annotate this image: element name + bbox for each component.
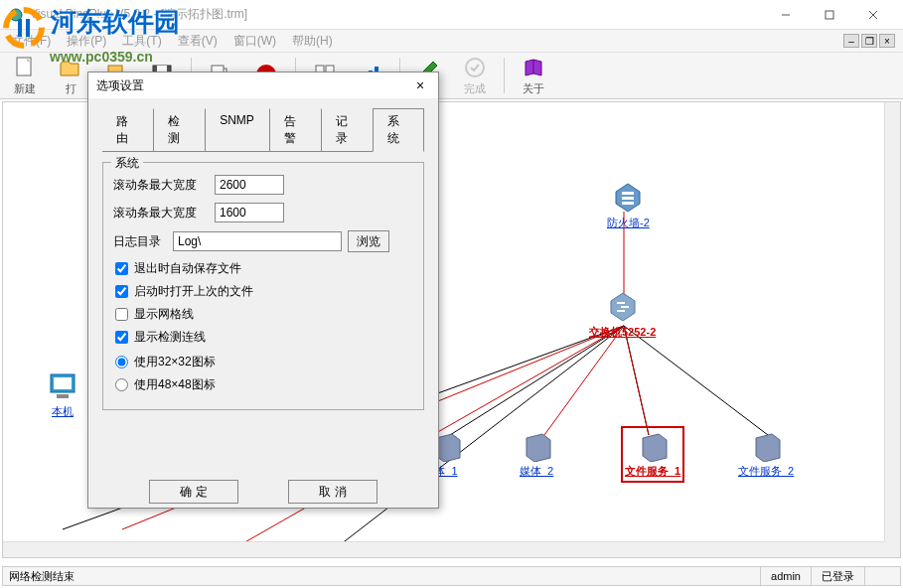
rad-32-label: 使用32×32图标 bbox=[134, 354, 216, 370]
close-button[interactable] bbox=[851, 1, 895, 29]
node-file1[interactable]: 文件服务_1 bbox=[621, 426, 684, 483]
rad-48-label: 使用48×48图标 bbox=[134, 376, 216, 393]
label-scrollw1: 滚动条最大宽度 bbox=[113, 177, 209, 194]
input-scrollw1[interactable] bbox=[215, 175, 284, 195]
tab-route[interactable]: 路由 bbox=[102, 108, 153, 151]
menu-window[interactable]: 窗口(W) bbox=[226, 31, 284, 52]
svg-rect-39 bbox=[622, 197, 634, 200]
tab-snmp[interactable]: SNMP bbox=[205, 108, 269, 151]
rad-icon-32[interactable] bbox=[115, 356, 128, 368]
svg-rect-36 bbox=[54, 377, 72, 389]
cancel-button[interactable]: 取 消 bbox=[288, 480, 377, 504]
svg-line-28 bbox=[624, 326, 649, 435]
node-file2[interactable]: 文件服务_2 bbox=[738, 430, 794, 479]
menu-help[interactable]: 帮助(H) bbox=[284, 31, 341, 52]
label-logdir: 日志目录 bbox=[113, 233, 167, 250]
chk-save-label: 退出时自动保存文件 bbox=[134, 260, 241, 277]
minimize-button[interactable] bbox=[764, 1, 808, 29]
dialog-titlebar[interactable]: 选项设置 × bbox=[88, 73, 438, 98]
menu-op[interactable]: 操作(P) bbox=[59, 31, 114, 52]
svg-line-27 bbox=[544, 326, 624, 435]
chk-lines-label: 显示检测连线 bbox=[134, 329, 206, 346]
chk-open-last[interactable] bbox=[115, 285, 128, 298]
rad-icon-48[interactable] bbox=[115, 378, 128, 391]
firewall-icon bbox=[612, 182, 644, 214]
svg-line-30 bbox=[624, 326, 768, 435]
label-scrollw2: 滚动条最大宽度 bbox=[113, 205, 209, 221]
status-pad bbox=[864, 567, 894, 585]
switch-icon bbox=[607, 291, 639, 323]
pc-icon bbox=[47, 370, 78, 402]
new-icon bbox=[13, 56, 37, 79]
window-title: Visual PingPlus V5.2.2 - [演示拓扑图.trm] bbox=[30, 6, 764, 23]
system-group: 系统 滚动条最大宽度 滚动条最大宽度 日志目录 浏览 退出时自动保存文件 启动时… bbox=[102, 162, 424, 410]
done-icon bbox=[463, 56, 487, 79]
node-switch[interactable]: 交换机5252-2 bbox=[589, 291, 656, 340]
open-icon bbox=[59, 56, 82, 79]
node-media2[interactable]: 媒体_2 bbox=[520, 430, 553, 479]
tool-open[interactable]: 打 bbox=[52, 54, 89, 98]
mdi-close[interactable]: × bbox=[879, 34, 895, 48]
svg-point-3 bbox=[10, 9, 22, 21]
titlebar: Visual PingPlus V5.2.2 - [演示拓扑图.trm] bbox=[0, 0, 903, 30]
svg-rect-38 bbox=[622, 192, 634, 195]
chk-open-last-label: 启动时打开上次的文件 bbox=[134, 283, 253, 300]
browse-button[interactable]: 浏览 bbox=[348, 230, 389, 252]
svg-point-23 bbox=[466, 59, 484, 76]
tool-done[interactable]: 完成 bbox=[456, 54, 494, 98]
status-user: admin bbox=[760, 567, 811, 585]
mdi-minimize[interactable]: – bbox=[843, 34, 859, 48]
statusbar: 网络检测结束 admin 已登录 bbox=[2, 566, 901, 586]
menu-view[interactable]: 查看(V) bbox=[170, 31, 226, 52]
chk-lines[interactable] bbox=[115, 331, 128, 344]
menubar: 文件(F) 操作(P) 工具(T) 查看(V) 窗口(W) 帮助(H) – ❐ … bbox=[0, 30, 903, 52]
node-local[interactable]: 本机 bbox=[47, 370, 78, 419]
options-dialog: 选项设置 × 路由 检测 SNMP 告警 记录 系统 系统 滚动条最大宽度 滚动… bbox=[87, 72, 439, 509]
server-icon bbox=[521, 430, 552, 462]
svg-rect-37 bbox=[57, 394, 69, 398]
vertical-scrollbar[interactable] bbox=[884, 102, 900, 541]
input-scrollw2[interactable] bbox=[215, 203, 284, 222]
app-icon bbox=[8, 7, 24, 23]
tool-about[interactable]: 关于 bbox=[515, 54, 552, 98]
dialog-close-button[interactable]: × bbox=[410, 75, 430, 95]
tab-system[interactable]: 系统 bbox=[373, 108, 424, 152]
book-icon bbox=[522, 56, 545, 79]
scroll-corner bbox=[884, 541, 900, 557]
menu-file[interactable]: 文件(F) bbox=[4, 31, 59, 52]
svg-rect-40 bbox=[622, 202, 634, 205]
server-icon bbox=[750, 430, 782, 462]
group-legend: 系统 bbox=[111, 155, 143, 172]
status-login: 已登录 bbox=[811, 567, 864, 585]
tool-new[interactable]: 新建 bbox=[6, 54, 44, 98]
ok-button[interactable]: 确 定 bbox=[149, 480, 238, 504]
horizontal-scrollbar[interactable] bbox=[3, 541, 884, 557]
svg-rect-5 bbox=[826, 11, 833, 19]
tab-detect[interactable]: 检测 bbox=[153, 108, 205, 151]
menu-tool[interactable]: 工具(T) bbox=[114, 31, 169, 52]
svg-line-26 bbox=[450, 326, 624, 435]
tab-record[interactable]: 记录 bbox=[321, 108, 373, 151]
dialog-tabs: 路由 检测 SNMP 告警 记录 系统 bbox=[102, 108, 424, 152]
mdi-restore[interactable]: ❐ bbox=[861, 34, 877, 48]
node-firewall[interactable]: 防火墙-2 bbox=[607, 182, 650, 230]
status-text: 网络检测结束 bbox=[9, 569, 760, 584]
chk-grid[interactable] bbox=[115, 308, 128, 321]
server-icon bbox=[637, 430, 669, 462]
dialog-title: 选项设置 bbox=[96, 77, 410, 94]
tab-alarm[interactable]: 告警 bbox=[269, 108, 321, 151]
chk-save-on-exit[interactable] bbox=[115, 262, 128, 275]
input-logdir[interactable] bbox=[173, 231, 342, 251]
chk-grid-label: 显示网格线 bbox=[134, 306, 194, 323]
maximize-button[interactable] bbox=[808, 1, 851, 29]
separator bbox=[504, 58, 505, 93]
svg-line-29 bbox=[624, 326, 649, 435]
